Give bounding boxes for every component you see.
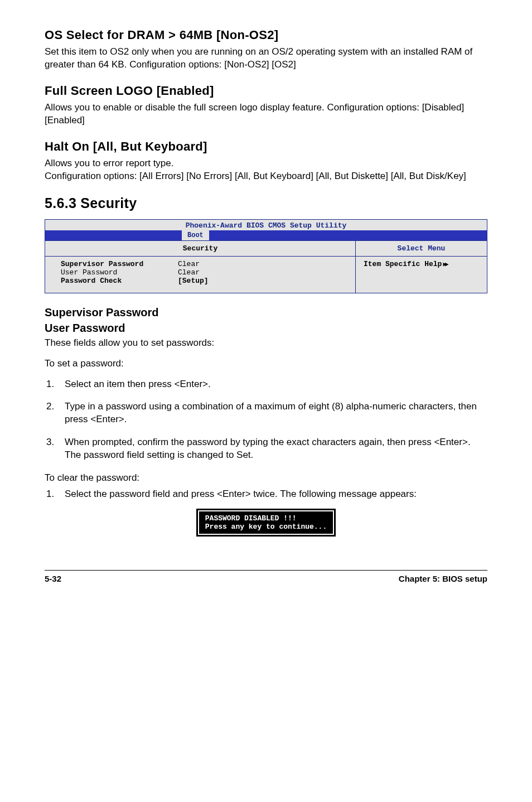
paragraph: To clear the password: bbox=[45, 472, 487, 485]
bios-row-label[interactable]: Password Check bbox=[61, 277, 178, 285]
paragraph: Allows you to error report type. bbox=[45, 157, 487, 170]
ordered-list-clear-password: Select the password field and press <Ent… bbox=[57, 488, 487, 501]
chapter-label: Chapter 5: BIOS setup bbox=[399, 574, 487, 583]
heading-user-password: User Password bbox=[45, 321, 487, 335]
bios-row-value: [Setup] bbox=[178, 277, 347, 285]
bios-panel: Phoenix-Award BIOS CMOS Setup Utility Bo… bbox=[45, 219, 487, 293]
message-box: PASSWORD DISABLED !!! Press any key to c… bbox=[196, 509, 336, 537]
bios-row-value: Clear bbox=[178, 260, 347, 268]
bios-row-label[interactable]: Supervisor Password bbox=[61, 260, 178, 268]
ordered-list-set-password: Select an item then press <Enter>. Type … bbox=[57, 378, 487, 462]
paragraph: Allows you to enable or disable the full… bbox=[45, 102, 487, 127]
bios-help-text: Item Specific Help bbox=[364, 260, 442, 268]
heading-halt-on: Halt On [All, But Keyboard] bbox=[45, 139, 487, 154]
page-number: 5-32 bbox=[45, 574, 61, 583]
bios-right-title: Select Menu bbox=[356, 241, 487, 257]
bios-tab-boot[interactable]: Boot bbox=[182, 230, 209, 240]
heading-security-section: 5.6.3 Security bbox=[45, 195, 487, 211]
paragraph: These fields allow you to set passwords: bbox=[45, 337, 487, 350]
bios-row-value: Clear bbox=[178, 268, 347, 277]
heading-supervisor-password: Supervisor Password bbox=[45, 306, 487, 319]
paragraph: Set this item to OS2 only when you are r… bbox=[45, 46, 487, 71]
list-item: Select the password field and press <Ent… bbox=[57, 488, 487, 501]
paragraph: Configuration options: [All Errors] [No … bbox=[45, 170, 487, 183]
bios-left-title: Security bbox=[45, 241, 355, 257]
bios-utility-title: Phoenix-Award BIOS CMOS Setup Utility bbox=[45, 220, 487, 230]
list-item: Type in a password using a combination o… bbox=[57, 400, 487, 426]
bios-settings-list: Supervisor Password Clear User Password … bbox=[45, 257, 355, 293]
heading-os-select: OS Select for DRAM > 64MB [Non-OS2] bbox=[45, 28, 487, 42]
footer-divider bbox=[45, 570, 487, 571]
bios-tab-bar: Boot bbox=[45, 230, 487, 240]
bios-row-label[interactable]: User Password bbox=[61, 268, 178, 277]
arrow-right-icon: ▶▶ bbox=[443, 260, 447, 268]
paragraph: To set a password: bbox=[45, 357, 487, 370]
heading-full-screen-logo: Full Screen LOGO [Enabled] bbox=[45, 84, 487, 98]
list-item: Select an item then press <Enter>. bbox=[57, 378, 487, 391]
message-box-text: PASSWORD DISABLED !!! Press any key to c… bbox=[199, 511, 333, 534]
list-item: When prompted, confirm the password by t… bbox=[57, 436, 487, 462]
